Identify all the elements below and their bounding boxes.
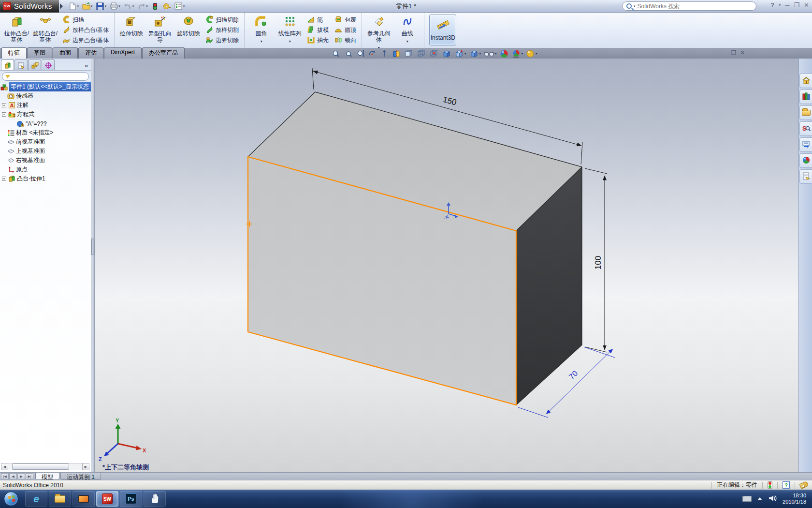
rotate-view-icon[interactable] <box>367 49 378 59</box>
model-box[interactable] <box>248 92 582 405</box>
display-app-button[interactable] <box>72 491 95 507</box>
view-orientation-icon[interactable]: ▾ <box>453 49 467 59</box>
doc-close-button[interactable]: ✕ <box>740 49 745 56</box>
curves-button[interactable]: 曲线 <box>393 14 421 47</box>
search-scope-dropdown-icon[interactable]: ▾ <box>634 4 636 8</box>
expand-icon[interactable]: + <box>2 177 6 181</box>
hide-show-items-icon[interactable]: ▾ <box>483 49 498 59</box>
motion-study-tab[interactable]: 运动算例 1 <box>60 473 101 480</box>
revolve-cut-button[interactable]: 旋转切除 <box>174 14 202 47</box>
view-shaded-icon[interactable] <box>441 49 452 59</box>
sweep-button[interactable]: 扫描 <box>60 15 111 25</box>
start-button[interactable] <box>4 492 18 506</box>
linear-pattern-dropdown-icon[interactable] <box>289 38 291 45</box>
tree-item-equations[interactable]: - Σ 方程式 <box>0 110 91 119</box>
tree-item-equation-a[interactable]: ! "A"=??? <box>0 119 91 128</box>
boundary-boss-button[interactable]: 边界凸台/基体 <box>60 35 111 45</box>
loft-cut-button[interactable]: 放样切割 <box>203 25 241 35</box>
show-hidden-icons[interactable] <box>757 497 762 500</box>
model-tab[interactable]: 模型 <box>35 473 59 480</box>
expand-icon[interactable]: + <box>2 103 6 107</box>
graphics-viewport[interactable]: 150 100 70 <box>95 59 798 472</box>
tags-icon[interactable] <box>799 481 809 489</box>
tree-item-sensors[interactable]: 传感器 <box>0 91 91 101</box>
revolve-boss-button[interactable]: 旋转凸台/基体 <box>31 14 59 47</box>
tab-surfaces[interactable]: 曲面 <box>53 47 78 59</box>
prev-tab-icon[interactable]: ◀ <box>9 473 17 479</box>
splitter-handle[interactable] <box>91 239 95 255</box>
boundary-cut-button[interactable]: 边界切除 <box>203 35 241 45</box>
zoom-area-icon[interactable] <box>343 49 354 59</box>
help-button[interactable]: ? <box>770 1 774 9</box>
volume-icon[interactable] <box>768 494 777 504</box>
loft-boss-button[interactable]: 放样凸台/基体 <box>60 25 111 35</box>
extrude-cut-button[interactable]: 拉伸切除 <box>117 14 145 47</box>
appearances-button[interactable] <box>799 153 812 168</box>
grab-hand-app-button[interactable] <box>144 491 166 507</box>
rebuild-stoplight-icon[interactable] <box>768 481 772 489</box>
tab-sketch[interactable]: 草图 <box>27 47 52 59</box>
dimension-height-value[interactable]: 100 <box>594 256 603 269</box>
dimension-width-value[interactable]: 150 <box>442 95 457 107</box>
search-input[interactable] <box>638 3 752 10</box>
featuremanager-tab[interactable] <box>1 60 14 70</box>
view-front-icon[interactable] <box>403 49 415 59</box>
design-library-button[interactable] <box>799 90 812 104</box>
mirror-button[interactable]: 镜向 <box>332 35 359 45</box>
apply-scene-icon[interactable]: ▾ <box>511 49 524 59</box>
tab-features[interactable]: 特征 <box>1 47 27 59</box>
doc-restore-button[interactable]: ❐ <box>731 49 737 56</box>
solidworks-resources-button[interactable] <box>799 74 812 88</box>
view-wireframe-icon[interactable] <box>428 49 440 59</box>
fillet-dropdown-icon[interactable] <box>261 38 262 45</box>
scrollbar-thumb[interactable] <box>12 463 69 470</box>
rib-button[interactable]: 筋 <box>304 15 331 25</box>
custom-properties-button[interactable] <box>799 169 812 184</box>
search-box[interactable]: ▾ <box>622 1 756 11</box>
tree-filter-box[interactable] <box>2 72 89 81</box>
next-tab-icon[interactable]: ▶ <box>17 473 25 479</box>
dimxpertmanager-tab[interactable] <box>42 60 55 70</box>
scroll-right-icon[interactable]: ▶ <box>82 463 89 470</box>
tab-dimxpert[interactable]: DimXpert <box>104 47 142 59</box>
tree-horizontal-scrollbar[interactable]: ◀ ▶ <box>1 463 89 470</box>
minimize-button[interactable]: ─ <box>785 1 789 9</box>
view-iso-icon[interactable] <box>416 49 427 59</box>
collapse-icon[interactable]: - <box>2 112 6 117</box>
reference-geometry-button[interactable]: 参考几何体 <box>365 14 392 47</box>
pan-icon[interactable] <box>379 49 390 59</box>
tree-item-front-plane[interactable]: 前视基准面 <box>0 137 91 147</box>
linear-pattern-button[interactable]: 线性阵列 <box>276 14 304 47</box>
extrude-boss-button[interactable]: 拉伸凸台/基体 <box>3 14 30 47</box>
last-tab-icon[interactable]: ▶| <box>26 473 33 479</box>
photoshop-button[interactable]: Ps <box>120 491 142 507</box>
solidworks-search-button[interactable]: S <box>799 121 812 136</box>
sweep-cut-button[interactable]: 扫描切除 <box>203 15 241 25</box>
zoom-in-out-icon[interactable] <box>355 49 366 59</box>
close-button[interactable]: ✕ <box>804 1 809 9</box>
zoom-fit-icon[interactable] <box>331 49 342 59</box>
view-settings-icon[interactable]: ▾ <box>525 49 538 59</box>
keyboard-tray-icon[interactable] <box>742 496 752 502</box>
panel-tabs-overflow-icon[interactable]: » <box>83 62 90 70</box>
tree-item-top-plane[interactable]: 上视基准面 <box>0 147 91 156</box>
tree-item-material[interactable]: 材质 <未指定> <box>0 128 91 137</box>
panel-splitter[interactable] <box>91 59 95 472</box>
edit-appearance-icon[interactable] <box>499 49 510 59</box>
solidworks-taskbar-button[interactable]: SW <box>96 491 118 507</box>
hole-wizard-button[interactable]: 异型孔向导 <box>146 14 174 47</box>
scrollbar-track[interactable] <box>8 463 82 470</box>
tree-root-part[interactable]: 零件1 (默认<<默认>_显示状态 1 <box>0 82 91 91</box>
tab-office-products[interactable]: 办公室产品 <box>142 47 185 59</box>
configurationmanager-tab[interactable] <box>28 60 41 70</box>
fillet-button[interactable]: 圆角 <box>247 14 275 47</box>
quick-tips-icon[interactable]: ? <box>783 481 790 489</box>
display-style-icon[interactable]: ▾ <box>468 49 482 59</box>
tree-item-right-plane[interactable]: 右视基准面 <box>0 156 91 165</box>
restore-button[interactable]: ❐ <box>794 1 799 9</box>
view-palette-button[interactable] <box>799 137 812 152</box>
draft-button[interactable]: 拔模 <box>304 25 331 35</box>
wrap-button[interactable]: 包覆 <box>332 15 359 25</box>
curves-dropdown-icon[interactable] <box>406 38 408 45</box>
dome-button[interactable]: 圆顶 <box>332 25 359 35</box>
